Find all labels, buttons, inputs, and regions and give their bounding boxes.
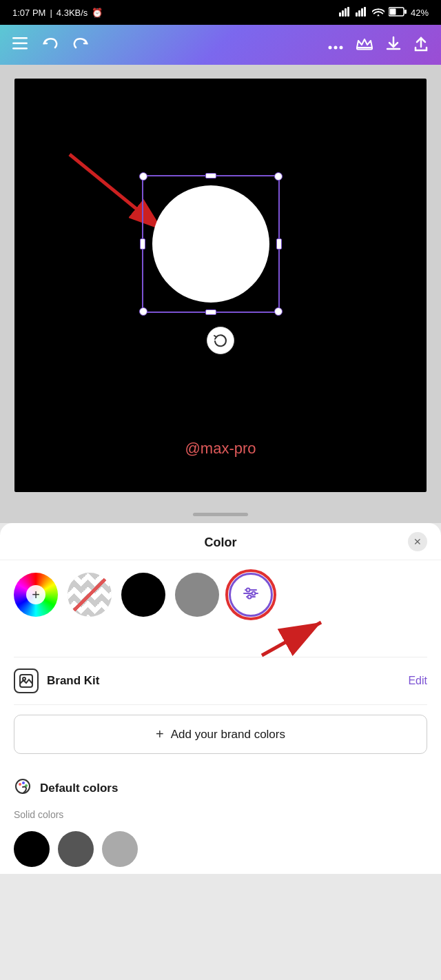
canvas-wrapper: @max-pro bbox=[0, 65, 441, 506]
brand-kit-left: Brand Kit bbox=[14, 668, 100, 693]
solid-colors-label: Solid colors bbox=[0, 805, 441, 824]
svg-point-32 bbox=[22, 782, 25, 784]
brand-kit-row: Brand Kit Edit bbox=[0, 657, 441, 704]
svg-rect-9 bbox=[404, 10, 407, 14]
filter-icon bbox=[243, 586, 259, 604]
panel-header: Color ✕ bbox=[0, 523, 441, 560]
svg-line-27 bbox=[262, 622, 321, 655]
download-icon[interactable] bbox=[386, 35, 401, 55]
close-button[interactable]: ✕ bbox=[408, 532, 427, 551]
brand-kit-icon bbox=[14, 668, 39, 693]
add-color-swatch[interactable]: + bbox=[14, 573, 58, 617]
toolbar-right bbox=[328, 35, 429, 55]
menu-icon[interactable] bbox=[12, 37, 28, 53]
handle-bm[interactable] bbox=[205, 309, 216, 315]
status-speed: | bbox=[50, 8, 52, 18]
crown-icon[interactable] bbox=[356, 37, 373, 54]
watermark-text: @max-pro bbox=[14, 440, 427, 458]
solid-gray[interactable] bbox=[102, 831, 138, 867]
default-colors-section-header: Default colors bbox=[0, 768, 441, 805]
panel-arrow-container bbox=[0, 615, 441, 657]
svg-rect-4 bbox=[356, 12, 358, 17]
wifi-icon bbox=[372, 7, 384, 19]
panel-title: Color bbox=[205, 535, 237, 550]
svg-rect-5 bbox=[358, 10, 360, 17]
plus-icon: + bbox=[26, 585, 45, 604]
solid-dark-gray[interactable] bbox=[58, 831, 94, 867]
alarm-icon: ⏰ bbox=[92, 8, 103, 18]
redo-icon[interactable] bbox=[73, 37, 88, 54]
svg-rect-0 bbox=[339, 12, 341, 17]
svg-point-14 bbox=[329, 45, 332, 49]
svg-rect-11 bbox=[12, 37, 28, 39]
brand-kit-edit-button[interactable]: Edit bbox=[408, 675, 427, 687]
scroll-indicator bbox=[0, 506, 441, 523]
spacer bbox=[0, 705, 441, 715]
add-icon: + bbox=[156, 726, 164, 742]
solid-colors-row bbox=[0, 824, 441, 874]
bottom-panel: Color ✕ + bbox=[0, 523, 441, 874]
svg-rect-2 bbox=[345, 8, 347, 17]
toolbar-left bbox=[12, 37, 88, 54]
svg-point-16 bbox=[340, 45, 343, 49]
share-icon[interactable] bbox=[413, 35, 429, 55]
add-brand-colors-label: Add your brand colors bbox=[171, 728, 285, 742]
undo-icon[interactable] bbox=[43, 37, 58, 54]
handle-ml[interactable] bbox=[140, 238, 145, 249]
top-toolbar bbox=[0, 25, 441, 65]
status-time: 1:07 PM bbox=[12, 8, 45, 18]
svg-rect-1 bbox=[342, 10, 344, 17]
rotate-button[interactable] bbox=[207, 327, 234, 354]
solid-black[interactable] bbox=[14, 831, 50, 867]
filter-swatch-wrapper bbox=[229, 573, 273, 617]
svg-point-31 bbox=[19, 783, 21, 786]
brand-kit-label: Brand Kit bbox=[47, 674, 100, 688]
status-bar: 1:07 PM | 4.3KB/s ⏰ bbox=[0, 0, 441, 25]
handle-tl[interactable] bbox=[139, 172, 147, 181]
close-icon: ✕ bbox=[413, 536, 422, 547]
svg-point-15 bbox=[334, 45, 338, 49]
black-swatch[interactable] bbox=[121, 573, 165, 617]
handle-tr[interactable] bbox=[274, 172, 283, 181]
signal-icon bbox=[339, 7, 351, 19]
svg-rect-7 bbox=[364, 7, 366, 17]
svg-rect-12 bbox=[12, 42, 28, 44]
handle-br[interactable] bbox=[274, 307, 283, 316]
add-brand-colors-button[interactable]: + Add your brand colors bbox=[14, 715, 427, 754]
signal-icon-2 bbox=[356, 7, 368, 19]
battery-percent: 42% bbox=[411, 8, 429, 18]
panel-annotation-arrow bbox=[0, 615, 441, 657]
more-icon[interactable] bbox=[328, 37, 343, 53]
filter-swatch[interactable] bbox=[229, 573, 273, 617]
svg-rect-13 bbox=[12, 48, 28, 50]
design-canvas[interactable]: @max-pro bbox=[14, 79, 427, 492]
svg-rect-10 bbox=[389, 8, 396, 14]
gray-swatch[interactable] bbox=[175, 573, 219, 617]
svg-rect-17 bbox=[357, 48, 372, 50]
default-colors-title: Default colors bbox=[40, 782, 118, 795]
svg-point-25 bbox=[248, 595, 252, 598]
svg-point-23 bbox=[247, 588, 250, 591]
svg-rect-6 bbox=[361, 8, 363, 17]
handle-mr[interactable] bbox=[276, 238, 282, 249]
selected-element-box[interactable] bbox=[142, 175, 280, 313]
status-left: 1:07 PM | 4.3KB/s ⏰ bbox=[12, 8, 103, 18]
palette-icon bbox=[14, 777, 32, 799]
handle-bl[interactable] bbox=[139, 307, 147, 316]
svg-rect-3 bbox=[347, 7, 349, 17]
battery-icon bbox=[389, 7, 407, 19]
scroll-pill bbox=[193, 513, 248, 516]
svg-point-24 bbox=[252, 591, 256, 595]
handle-tm[interactable] bbox=[205, 173, 216, 178]
status-right: 42% bbox=[339, 7, 429, 19]
transparent-swatch[interactable] bbox=[68, 573, 112, 617]
status-data-speed: 4.3KB/s bbox=[57, 8, 88, 18]
